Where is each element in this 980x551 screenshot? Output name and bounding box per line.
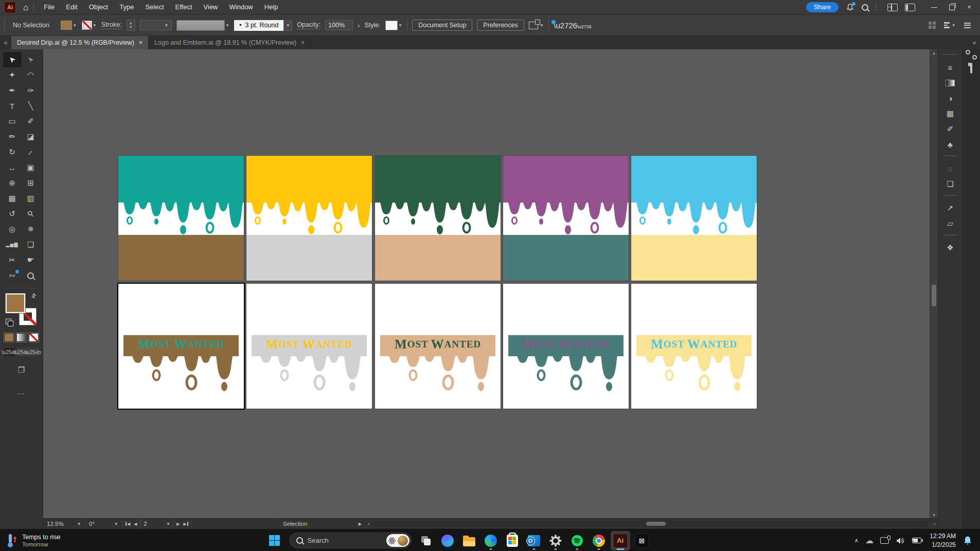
notification-bell-icon[interactable] [963,536,973,546]
variable-width-profile[interactable]: ▾ [176,20,230,31]
search-icon[interactable] [862,4,868,11]
rotation-dropdown[interactable]: 0°▾ [85,519,122,529]
symbols-panel-icon[interactable]: ♣ [938,137,962,152]
scroll-up-icon[interactable]: ▴ [930,50,938,56]
rotate-tool[interactable]: ↻ [3,144,22,160]
stroke-panel-icon[interactable]: ≡ [938,60,962,75]
notifications-bell-icon[interactable] [846,3,854,12]
opacity-field[interactable]: 100% [325,20,353,30]
scale-tool[interactable]: ↕ [22,144,40,160]
previous-artboard-button[interactable]: ◀ [134,522,137,526]
next-artboard-button[interactable]: ▶ [176,522,180,526]
menu-object[interactable]: Object [83,0,114,14]
blend-tool[interactable]: ◎ [3,222,22,237]
default-fill-stroke-icon[interactable] [6,319,11,324]
weather-widget[interactable]: Temps to rise Tomorrow [7,533,60,548]
workspace-switcher-icon[interactable] [887,4,898,11]
horizontal-scrollbar[interactable] [375,521,929,527]
taskbar-app-illustrator[interactable]: Ai [611,531,630,550]
style-control[interactable]: ▾ [385,21,403,30]
gradient-chip[interactable] [16,333,26,342]
stroke-weight-dropdown[interactable]: ▾ [140,20,172,30]
taskbar-app-capcut[interactable]: ⊠ [632,531,652,550]
document-tab[interactable]: Logo and Emblem.ai @ 19.91 % (CMYK/Previ… [149,36,311,49]
rotate-view-tool[interactable]: ↺ [3,206,22,222]
taskbar-app-file-explorer[interactable] [459,531,479,550]
scroll-down-icon[interactable]: ▾ [930,512,938,518]
draw-inside-button[interactable]: \u25eb [28,348,39,356]
menu-edit[interactable]: Edit [60,0,83,14]
line-segment-tool[interactable]: ╲ [22,98,40,114]
brushes-panel-icon[interactable]: ✐ [938,121,962,137]
export-panel-icon[interactable]: ↗ [938,200,962,216]
taskbar-app-edge[interactable] [481,531,501,550]
opacity-expand-icon[interactable]: › [358,22,360,29]
menu-help[interactable]: Help [259,0,284,14]
taskbar-search[interactable]: Search [289,532,412,548]
isolate-selection-control[interactable]: ▾ [529,22,544,29]
chevron-down-icon[interactable]: ▾ [93,23,97,28]
taskbar-app-outlook[interactable] [524,531,544,550]
fill-well[interactable] [6,293,25,313]
search-highlight-capsule[interactable] [386,534,409,547]
stroke-color-control[interactable]: ▾ [82,21,97,30]
dock-drag-handle[interactable] [943,155,957,159]
last-artboard-button[interactable]: ▶ [183,522,188,526]
menu-file[interactable]: File [38,0,60,14]
document-setup-button[interactable]: Document Setup [412,20,472,31]
edit-toolbar-icon[interactable]: … [17,387,26,396]
isolate-selection-icon[interactable] [529,22,538,29]
illustrator-app-icon[interactable]: Ai [4,2,16,13]
gradient-tool[interactable]: ▥ [22,191,40,206]
artboard-colors-4[interactable] [503,156,629,281]
status-expand-icon[interactable]: ▶ [359,522,362,526]
panel-drag-handle[interactable] [4,19,7,32]
fill-color-control[interactable]: ▾ [61,21,77,30]
taskbar-app-settings[interactable] [546,531,565,550]
stroke-color-swatch[interactable] [82,21,92,30]
lasso-tool[interactable]: ◠ [22,67,40,83]
artboard-colors-5[interactable] [631,156,757,281]
artboard-tool[interactable]: ❏ [22,237,40,252]
layers-panel-icon[interactable]: ❖ [938,240,962,255]
curvature-tool[interactable]: ✑ [22,83,40,98]
network-display-icon[interactable] [880,537,889,544]
direct-selection-tool[interactable]: ➢ [22,52,40,67]
magic-wand-tool[interactable]: ✦ [3,67,22,83]
menu-view[interactable]: View [198,0,224,14]
style-label[interactable]: Style: [364,22,380,29]
artboards-panel-icon[interactable]: ▱ [938,216,962,231]
pen-tool[interactable]: ✒ [3,83,22,98]
horizontal-scroll-thumb[interactable] [646,522,666,526]
taskbar-app-chrome[interactable] [589,531,609,550]
pencil-tool[interactable]: ✏ [3,129,22,144]
artboard-banner-2[interactable]: MOST WANTED [246,284,372,409]
preferences-button[interactable]: Preferences [477,20,524,31]
document-grid-icon[interactable] [929,22,936,29]
artboard-colors-2[interactable] [246,156,372,281]
graphic-styles-panel-icon[interactable]: ❏ [938,176,962,192]
home-icon[interactable]: ⌂ [23,3,28,12]
close-button[interactable]: × [960,0,978,14]
volume-icon[interactable] [896,537,905,545]
free-transform-tool[interactable]: ▣ [22,160,40,175]
gradient-panel-icon[interactable] [938,75,962,90]
restore-button[interactable] [943,0,960,14]
swatches-panel-icon[interactable]: ▦ [938,106,962,121]
collapse-right-icon[interactable]: « [969,36,980,49]
opacity-label[interactable]: Opacity: [297,21,320,29]
hscroll-left-icon[interactable]: ‹ [366,521,372,527]
width-profile-preview[interactable] [176,20,225,31]
eyedropper-tool[interactable]: ⚲ [22,206,40,222]
artboard-number-dropdown[interactable]: 2▾ [140,519,173,529]
libraries-panel-icon[interactable] [970,64,972,73]
artboard-colors-3[interactable] [375,156,501,281]
shape-builder-tool[interactable]: ⊕ [3,175,22,191]
taskbar-app-copilot[interactable] [438,531,457,550]
minimize-button[interactable]: — [925,0,943,14]
dock-drag-handle[interactable] [943,54,957,58]
intertwine-tool[interactable]: ∾ [3,268,22,283]
fill-color-swatch[interactable] [61,21,72,30]
chevron-down-icon[interactable]: ▾ [73,23,77,28]
tab-close-icon[interactable]: × [139,39,142,46]
